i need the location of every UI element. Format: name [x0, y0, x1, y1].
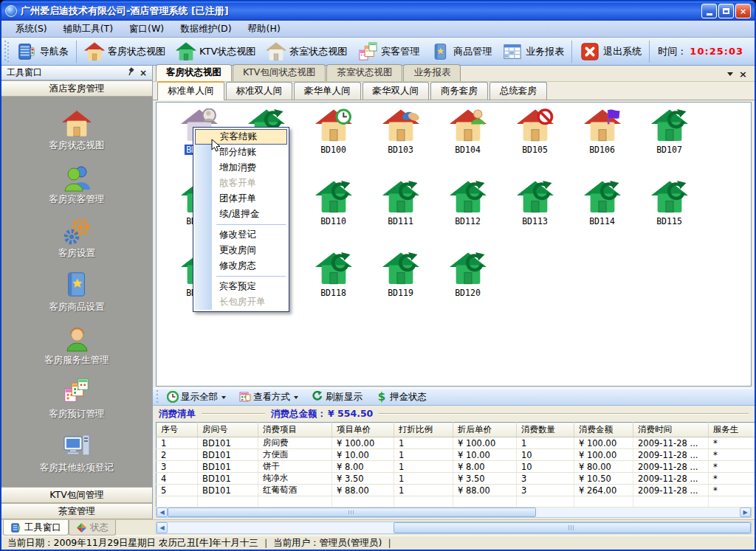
room-type-tab-3[interactable]: 豪华双人间 [362, 82, 430, 100]
sidebar-item-0[interactable]: 客房状态视图 [49, 109, 105, 152]
doc-tab-1[interactable]: KTV包间状态视图 [233, 64, 326, 81]
menu-item-4[interactable]: 帮助(H) [240, 21, 289, 37]
room-BD118[interactable]: BD118 [300, 252, 367, 323]
toolbar-grip[interactable] [4, 41, 10, 63]
section-tearoom-mgmt[interactable]: 茶室管理 [1, 503, 152, 519]
minimize-button[interactable] [701, 4, 717, 18]
room-type-tab-0[interactable]: 标准单人间 [157, 81, 224, 100]
table-horizontal-scrollbar[interactable]: ◀ ▶ [156, 507, 752, 518]
toolbar-button-goods-book[interactable]: 商品管理 [425, 40, 497, 63]
table-cell: 1 [394, 461, 453, 473]
table-row-0[interactable]: 1BD101房间费¥ 100.001¥ 100.001¥ 100.002009-… [157, 437, 756, 449]
toolbar-button-ktv-house[interactable]: KTV状态视图 [171, 40, 261, 63]
room-BD113[interactable]: BD113 [501, 180, 568, 252]
title-bar: 广州爱启迪技术有限公司-酒店管理系统 [已注册] × [1, 1, 755, 21]
panel-toolbar-button-3[interactable]: $押金状态 [371, 390, 431, 404]
table-scroll-thumb[interactable] [168, 507, 536, 517]
column-header-5[interactable]: 折后单价 [453, 423, 517, 437]
sidebar-item-6[interactable]: 客房其他款项登记 [40, 432, 114, 474]
close-button[interactable]: × [735, 4, 751, 18]
toolbar-button-guest-cards[interactable]: 宾客管理 [352, 40, 425, 63]
tab-tool-window[interactable]: 工具窗口 [3, 520, 69, 536]
toolbar-button-room-house[interactable]: 客房状态视图 [79, 40, 171, 63]
column-header-1[interactable]: 房间号 [198, 423, 258, 437]
context-menu-item-4[interactable]: 团体开单 [195, 191, 287, 207]
tab-status[interactable]: 状态 [69, 520, 116, 536]
column-header-0[interactable]: 序号 [157, 423, 198, 437]
room-BD120[interactable]: BD120 [434, 252, 501, 323]
pin-icon[interactable] [126, 67, 137, 78]
room-BD106[interactable]: BD106 [568, 108, 636, 180]
table-row-4[interactable]: 5BD101红葡萄酒¥ 88.001¥ 88.003¥ 264.002009-1… [157, 485, 756, 496]
menu-item-3[interactable]: 数据维护(D) [172, 21, 239, 37]
room-BD111[interactable]: BD111 [367, 180, 434, 252]
toolbar-button-report-grid[interactable]: 业务报表 [497, 40, 569, 63]
room-BD104[interactable]: BD104 [434, 108, 501, 180]
time-display: 时间： 10:25:03 [652, 45, 749, 58]
room-BD105[interactable]: BD105 [501, 108, 568, 180]
room-type-tab-2[interactable]: 豪华单人间 [294, 82, 361, 100]
mini-toolbar-grip[interactable] [156, 390, 159, 403]
room-type-tab-4[interactable]: 商务套房 [430, 82, 488, 100]
menu-item-1[interactable]: 辅助工具(T) [55, 21, 121, 37]
sidebar-item-5[interactable]: 客房预订管理 [49, 378, 105, 420]
room-BD119[interactable]: BD119 [367, 252, 434, 323]
toolbar-button-navigator[interactable]: 导航条 [11, 40, 74, 63]
panel-scroll-thumb[interactable] [394, 522, 751, 533]
section-hotel-room-mgmt[interactable]: 酒店客房管理 [1, 80, 152, 97]
column-header-7[interactable]: 消费金额 [574, 423, 633, 437]
sidebar-close-icon[interactable]: × [137, 68, 149, 78]
room-BD114[interactable]: BD114 [568, 180, 636, 252]
column-header-8[interactable]: 消费时间 [633, 423, 709, 437]
table-row-1[interactable]: 2BD101方便面¥ 10.001¥ 10.0010¥ 100.002009-1… [157, 449, 756, 461]
context-menu-item-0[interactable]: 宾客结账 [195, 129, 287, 145]
dropdown-arrow-icon[interactable] [221, 396, 226, 401]
tab-close-icon[interactable]: × [739, 70, 747, 79]
tab-list-dropdown-icon[interactable] [727, 72, 733, 79]
panel-toolbar-button-0[interactable]: 显示全部 [162, 390, 230, 404]
room-BD115[interactable]: BD115 [636, 180, 703, 252]
room-BD112[interactable]: BD112 [434, 180, 501, 252]
context-menu-item-2[interactable]: 增加消费 [195, 160, 287, 176]
table-cell: BD101 [198, 485, 258, 496]
sidebar-item-4[interactable]: 客房服务生管理 [44, 324, 109, 367]
column-header-9[interactable]: 服务生 [709, 423, 756, 437]
room-BD100[interactable]: BD100 [300, 108, 367, 180]
doc-tab-0[interactable]: 客房状态视图 [156, 64, 232, 81]
context-menu-item-7[interactable]: 更改房间 [195, 243, 287, 258]
table-row-3[interactable]: 4BD101纯净水¥ 3.501¥ 3.503¥ 10.502009-11-28… [157, 473, 756, 485]
panel-toolbar-button-2[interactable]: 刷新显示 [307, 390, 367, 404]
toolbar-button-tea-house[interactable]: 茶室状态视图 [261, 40, 352, 63]
room-type-tab-1[interactable]: 标准双人间 [226, 82, 293, 100]
context-menu-item-9[interactable]: 宾客预定 [195, 279, 287, 294]
sidebar-item-1[interactable]: 客房宾客管理 [49, 163, 105, 206]
room-BD103[interactable]: BD103 [367, 108, 434, 180]
context-menu-item-8[interactable]: 修改房态 [195, 258, 287, 274]
sidebar-item-2[interactable]: 客房设置 [58, 217, 95, 260]
room-BD110[interactable]: BD110 [300, 180, 367, 252]
context-menu-item-6[interactable]: 修改登记 [195, 227, 287, 243]
menu-item-2[interactable]: 窗口(W) [121, 21, 172, 37]
scroll-right-icon[interactable]: ▶ [740, 507, 751, 517]
column-header-6[interactable]: 消费数量 [517, 423, 574, 437]
menu-item-0[interactable]: 系统(S) [7, 21, 55, 37]
maximize-button[interactable] [718, 4, 734, 18]
doc-tab-3[interactable]: 业务报表 [403, 64, 461, 81]
toolbar-button-exit[interactable]: 退出系统 [574, 40, 647, 63]
context-menu-item-5[interactable]: 续/退押金 [195, 207, 287, 222]
dropdown-arrow-icon[interactable] [294, 396, 298, 401]
room-BD107[interactable]: BD107 [636, 108, 703, 180]
column-header-3[interactable]: 项目单价 [332, 423, 394, 437]
context-menu-item-1[interactable]: 部分结账 [195, 145, 287, 160]
section-ktv-mgmt[interactable]: KTV包间管理 [1, 487, 152, 503]
panel-horizontal-scrollbar[interactable]: ◀ [156, 521, 752, 534]
panel-toolbar-button-1[interactable]: 查看方式 [235, 390, 303, 404]
doc-tab-2[interactable]: 茶室状态视图 [326, 64, 402, 81]
sidebar-item-3[interactable]: 客房商品设置 [49, 271, 105, 313]
column-header-2[interactable]: 消费项目 [258, 423, 332, 437]
table-row-2[interactable]: 3BD101饼干¥ 8.001¥ 8.0010¥ 80.002009-11-28… [157, 461, 756, 473]
column-header-4[interactable]: 打折比例 [394, 423, 453, 437]
panel-scroll-left-icon[interactable]: ◀ [157, 522, 168, 533]
room-type-tab-5[interactable]: 总统套房 [489, 82, 547, 100]
scroll-left-icon[interactable]: ◀ [157, 507, 168, 517]
